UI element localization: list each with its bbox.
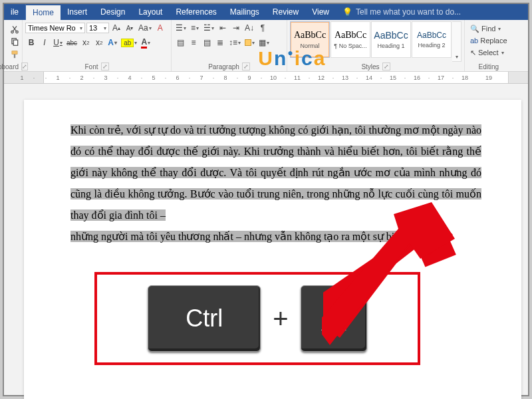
font-group-label: Font⤢: [25, 62, 168, 71]
tab-layout[interactable]: Layout: [132, 4, 169, 20]
svg-point-1: [16, 31, 19, 33]
bullets-button[interactable]: ☰▾: [174, 21, 188, 35]
svg-rect-4: [12, 51, 17, 54]
chevron-down-icon: ▾: [456, 54, 458, 60]
subscript-button[interactable]: x2: [80, 36, 92, 49]
numbering-button[interactable]: ≡▾: [189, 21, 201, 35]
tab-references[interactable]: References: [169, 4, 223, 20]
italic-button[interactable]: I: [39, 36, 51, 49]
group-font: Times New Ro▾ 13▾ A▴ A▾ Aa▾ A B I U▾ abc…: [23, 20, 172, 71]
change-case-button[interactable]: Aa▾: [137, 21, 153, 35]
chevron-down-icon: ▾: [80, 25, 82, 31]
tell-me-label: Tell me what you want to do...: [356, 7, 461, 17]
show-marks-button[interactable]: ¶: [257, 21, 269, 35]
svg-point-0: [11, 31, 14, 33]
shading-button[interactable]: ▾: [243, 36, 256, 49]
align-left-button[interactable]: ▤: [174, 36, 186, 49]
decrease-indent-button[interactable]: ⇤: [217, 21, 229, 35]
highlight-button[interactable]: ab▾: [120, 36, 138, 49]
svg-rect-5: [14, 54, 15, 58]
clear-format-button[interactable]: A: [154, 21, 166, 35]
cursor-icon: ↖: [470, 49, 476, 57]
grow-font-button[interactable]: A▴: [110, 21, 122, 35]
paragraph-launcher-icon[interactable]: ⤢: [242, 63, 250, 70]
increase-indent-button[interactable]: ⇥: [230, 21, 242, 35]
ctrl-key: Ctrl: [148, 285, 261, 352]
document-background: Khi còn trẻ, với sự tự do và trí tưởng t…: [4, 84, 528, 395]
tell-me-search[interactable]: 💡 Tell me what you want to do...: [342, 4, 461, 20]
replace-icon: ab: [470, 37, 478, 45]
styles-launcher-icon[interactable]: ⤢: [382, 63, 390, 70]
superscript-button[interactable]: x2: [93, 36, 105, 49]
shrink-font-button[interactable]: A▾: [124, 21, 136, 35]
red-arrow-icon: [322, 202, 455, 355]
bulb-icon: 💡: [342, 7, 352, 17]
bold-button[interactable]: B: [25, 36, 37, 49]
clipboard-label: pboard⤢: [7, 62, 19, 71]
group-clipboard: pboard⤢: [4, 20, 23, 71]
cut-button[interactable]: [8, 23, 21, 35]
tab-view[interactable]: View: [305, 4, 336, 20]
sort-button[interactable]: A↓: [243, 21, 255, 35]
tab-insert[interactable]: Insert: [61, 4, 94, 20]
font-color-button[interactable]: A▾: [140, 36, 152, 49]
justify-button[interactable]: ≣: [214, 36, 226, 49]
tab-review[interactable]: Review: [266, 4, 305, 20]
copy-button[interactable]: [8, 36, 21, 48]
ribbon-tabs: ile Home Insert Design Layout References…: [4, 4, 528, 20]
format-painter-button[interactable]: [8, 49, 21, 61]
group-editing: 🔍Find▾ abReplace ↖Select▾ Editing: [465, 20, 513, 71]
svg-rect-3: [13, 40, 17, 45]
search-icon: 🔍: [470, 25, 479, 33]
style-heading2[interactable]: AaBbCcHeading 2: [412, 21, 452, 58]
align-right-button[interactable]: ▤: [201, 36, 213, 49]
styles-more-button[interactable]: ▾: [452, 21, 462, 62]
horizontal-ruler[interactable]: 1··1·2·3·4·5·6·7·8·9·10·11·12·13·14·15·1…: [4, 72, 528, 84]
tab-home[interactable]: Home: [26, 4, 61, 20]
select-button[interactable]: ↖Select▾: [470, 47, 507, 59]
font-name-combo[interactable]: Times New Ro▾: [25, 23, 85, 33]
find-button[interactable]: 🔍Find▾: [470, 23, 507, 35]
editing-group-label: Editing: [467, 63, 510, 71]
tab-file[interactable]: ile: [4, 4, 26, 20]
chevron-down-icon: ▾: [104, 25, 106, 31]
style-nospacing[interactable]: AaBbCc¶ No Spac...: [331, 21, 370, 58]
unica-watermark: Un●ica: [258, 47, 326, 70]
align-center-button[interactable]: ≡: [188, 36, 200, 49]
strikethrough-button[interactable]: abc: [65, 36, 78, 49]
text-effects-button[interactable]: A▾: [106, 36, 118, 49]
style-heading1[interactable]: AaBbCcHeading 1: [371, 21, 411, 58]
underline-button[interactable]: U▾: [52, 36, 64, 49]
font-size-combo[interactable]: 13▾: [86, 23, 109, 33]
linespacing-button[interactable]: ↕≡▾: [227, 36, 242, 49]
tab-design[interactable]: Design: [94, 4, 132, 20]
font-launcher-icon[interactable]: ⤢: [101, 63, 109, 70]
tab-mailings[interactable]: Mailings: [223, 4, 266, 20]
plus-symbol: +: [273, 304, 288, 334]
replace-button[interactable]: abReplace: [470, 35, 507, 47]
svg-marker-9: [322, 202, 455, 345]
multilevel-button[interactable]: ☱▾: [202, 21, 215, 35]
ribbon: pboard⤢ Times New Ro▾ 13▾ A▴ A▾ Aa▾ A B …: [4, 20, 528, 72]
